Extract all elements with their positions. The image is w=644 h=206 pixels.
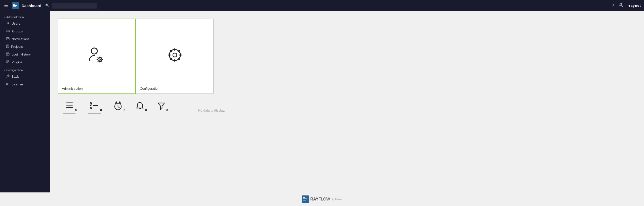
svg-rect-2 [13, 5, 17, 6]
administration-card[interactable]: Administration [58, 19, 136, 94]
widget-calendar-icon-wrap: 0 [113, 101, 123, 112]
svg-point-11 [6, 83, 8, 85]
widget-list2-underline [88, 114, 101, 114]
svg-rect-25 [91, 107, 92, 109]
svg-point-5 [7, 22, 9, 23]
widget-list1-underline [63, 114, 75, 114]
sidebar-item-users[interactable]: Users [0, 20, 50, 27]
sidebar-item-plugins[interactable]: Plugins [0, 58, 50, 66]
configuration-card[interactable]: Configuration [136, 19, 214, 94]
svg-rect-10 [6, 53, 9, 56]
clock-icon [6, 52, 10, 57]
svg-point-12 [91, 48, 97, 54]
sidebar-item-users-label: Users [12, 22, 20, 25]
sidebar-item-notifications[interactable]: Notifications [0, 35, 50, 43]
configuration-card-label: Configuration [140, 87, 159, 90]
svg-point-14 [99, 59, 101, 60]
widget-calendar-badge: 0 [124, 109, 125, 112]
widget-bell[interactable]: 0 [135, 101, 144, 112]
sidebar-item-license[interactable]: License [0, 80, 50, 88]
sidebar-section-configuration: Configuration [0, 66, 50, 73]
svg-point-6 [7, 30, 8, 31]
svg-rect-3 [13, 7, 16, 8]
widget-list1-icon-wrap: 0 [64, 101, 74, 112]
no-data-message: No data to display. [198, 109, 225, 112]
topbar: ☰ Dashboard 🔍 ? ·raynet [0, 0, 644, 11]
widget-calendar[interactable]: 0 [113, 101, 123, 112]
widget-filter-badge: 0 [166, 109, 168, 112]
sidebar-item-basic-label: Basic [12, 75, 20, 78]
widget-bell-badge: 0 [145, 109, 147, 112]
widget-list1-badge: 0 [75, 109, 77, 112]
sidebar-item-groups-label: Groups [12, 29, 23, 33]
sidebar-item-projects[interactable]: Projects [0, 43, 50, 50]
widget-filter-icon-wrap: 0 [157, 101, 166, 112]
widget-bell-icon-wrap: 0 [135, 101, 144, 112]
search-input[interactable] [52, 3, 97, 9]
hamburger-icon[interactable]: ☰ [3, 2, 9, 9]
content-area: Administration Configuration [50, 11, 644, 192]
svg-rect-36 [303, 197, 305, 198]
book-icon [6, 44, 9, 49]
svg-point-16 [173, 53, 177, 57]
svg-rect-24 [91, 105, 92, 106]
user-icon[interactable] [618, 2, 624, 9]
sidebar-item-login-history[interactable]: Login History [0, 50, 50, 58]
widget-list2-icon-wrap: 0 [89, 101, 99, 112]
widget-list2[interactable]: 0 [88, 101, 101, 114]
svg-rect-28 [93, 108, 96, 108]
sidebar-item-groups[interactable]: Groups [0, 27, 50, 35]
svg-rect-37 [303, 198, 307, 199]
svg-rect-22 [66, 107, 67, 108]
svg-rect-23 [91, 102, 92, 104]
svg-rect-19 [67, 107, 73, 108]
main-layout: Administration Users [0, 11, 644, 192]
svg-rect-17 [67, 102, 73, 103]
groups-icon [6, 29, 10, 33]
search-icon: 🔍 [45, 4, 50, 8]
widgets-row: 0 0 [63, 101, 225, 114]
puzzle-icon [6, 60, 10, 64]
page-title: Dashboard [22, 4, 41, 8]
app-logo [12, 2, 19, 9]
svg-point-4 [620, 3, 622, 5]
key-icon [6, 82, 10, 86]
brand-logo: ·raynet [628, 4, 641, 8]
sidebar-item-basic[interactable]: Basic [0, 73, 50, 80]
sidebar-item-projects-label: Projects [11, 45, 23, 48]
svg-rect-26 [93, 103, 98, 103]
widget-list1[interactable]: 0 [63, 101, 75, 114]
svg-rect-21 [66, 105, 67, 106]
sidebar-item-login-history-label: Login History [12, 53, 31, 56]
svg-rect-20 [66, 102, 67, 103]
footer-logo: RAYFLOW by Raynet [302, 195, 342, 203]
mail-icon [6, 37, 10, 41]
widget-list2-badge: 0 [100, 109, 102, 112]
help-icon[interactable]: ? [612, 3, 614, 8]
sidebar-item-plugins-label: Plugins [12, 60, 22, 64]
footer-brand: RAYFLOW [310, 197, 330, 201]
svg-rect-27 [93, 105, 98, 106]
configuration-card-icon [165, 45, 185, 68]
sidebar-section-administration: Administration [0, 13, 50, 20]
svg-rect-18 [67, 105, 73, 106]
sidebar-item-license-label: License [12, 82, 23, 86]
sidebar: Administration Users [0, 11, 50, 192]
sidebar-item-notifications-label: Notifications [12, 37, 29, 41]
widget-filter[interactable]: 0 [157, 101, 166, 112]
person-icon [6, 21, 10, 26]
dashboard-cards: Administration Configuration [58, 19, 214, 94]
svg-rect-1 [13, 4, 15, 5]
svg-point-7 [8, 30, 10, 31]
footer: RAYFLOW by Raynet [0, 192, 644, 206]
wrench-icon [6, 74, 10, 79]
svg-rect-8 [6, 37, 9, 40]
administration-card-icon [87, 45, 107, 68]
svg-rect-38 [303, 200, 306, 200]
administration-card-label: Administration [62, 87, 83, 90]
footer-sub: by Raynet [332, 198, 342, 200]
topbar-actions: ? ·raynet [612, 2, 641, 9]
